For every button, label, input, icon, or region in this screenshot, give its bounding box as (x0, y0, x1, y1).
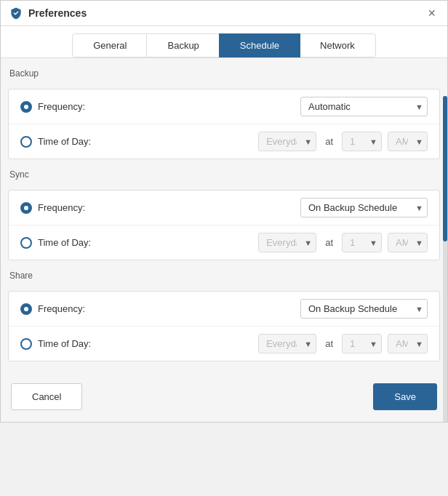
content-area: Backup Frequency: Automatic Manual On Ba… (1, 68, 447, 422)
backup-frequency-select-wrapper: Automatic Manual On Backup Schedule ▼ (300, 97, 428, 116)
share-hour-select[interactable]: 1 (342, 334, 382, 353)
preferences-window: Preferences × General Backup Schedule Ne… (0, 0, 448, 423)
share-time-radio[interactable] (20, 338, 32, 350)
backup-section: Frequency: Automatic Manual On Backup Sc… (8, 89, 440, 159)
sync-section: Frequency: On Backup Schedule Automatic … (8, 190, 440, 260)
sync-day-select-wrapper: Everyday ▼ (258, 233, 316, 252)
backup-ampm-select[interactable]: AM PM (388, 132, 428, 151)
share-section-header: Share (8, 271, 440, 281)
sync-section-header: Sync (8, 169, 440, 180)
sync-label: Sync (9, 169, 29, 180)
title-bar: Preferences × (1, 1, 447, 26)
tab-backup[interactable]: Backup (146, 33, 220, 57)
share-frequency-label: Frequency: (38, 303, 295, 314)
window-title: Preferences (28, 7, 87, 19)
share-ampm-select[interactable]: AM PM (388, 334, 428, 353)
share-hour-select-wrapper: 1 ▼ (342, 334, 382, 353)
sync-day-select[interactable]: Everyday (258, 233, 316, 252)
share-time-row: Time of Day: Everyday ▼ at 1 ▼ (9, 327, 439, 361)
scrollbar-track (443, 96, 447, 422)
backup-hour-select-wrapper: 1 ▼ (342, 132, 382, 151)
backup-day-select-wrapper: Everyday ▼ (258, 132, 316, 151)
tab-schedule[interactable]: Schedule (219, 33, 300, 57)
sync-frequency-select-wrapper: On Backup Schedule Automatic Manual ▼ (300, 198, 428, 217)
cancel-button[interactable]: Cancel (11, 383, 82, 410)
sync-hour-select[interactable]: 1 (342, 233, 382, 252)
sync-at-label: at (325, 237, 333, 248)
share-label: Share (9, 271, 33, 281)
sync-frequency-select[interactable]: On Backup Schedule Automatic Manual (300, 198, 428, 217)
share-frequency-select-wrapper: On Backup Schedule Automatic Manual ▼ (300, 299, 428, 319)
backup-label: Backup (9, 68, 39, 79)
share-frequency-radio[interactable] (20, 303, 32, 315)
share-day-select-wrapper: Everyday ▼ (258, 334, 316, 353)
share-time-label: Time of Day: (38, 338, 252, 349)
backup-ampm-select-wrapper: AM PM ▼ (388, 132, 428, 151)
backup-time-row: Time of Day: Everyday ▼ at 1 ▼ (9, 124, 439, 159)
backup-section-header: Backup (8, 68, 440, 79)
share-at-label: at (325, 338, 333, 349)
tab-network[interactable]: Network (299, 33, 376, 57)
backup-frequency-radio[interactable] (20, 101, 32, 113)
schedule-content: Backup Frequency: Automatic Manual On Ba… (1, 68, 447, 422)
share-frequency-row: Frequency: On Backup Schedule Automatic … (9, 292, 439, 327)
backup-time-radio[interactable] (20, 136, 32, 148)
share-frequency-select[interactable]: On Backup Schedule Automatic Manual (300, 299, 428, 319)
backup-time-label: Time of Day: (38, 136, 252, 147)
sync-time-label: Time of Day: (38, 237, 252, 248)
footer: Cancel Save (1, 372, 447, 422)
title-bar-left: Preferences (9, 7, 87, 20)
sync-hour-select-wrapper: 1 ▼ (342, 233, 382, 252)
scrollbar-thumb[interactable] (443, 96, 447, 241)
save-button[interactable]: Save (373, 383, 437, 410)
backup-hour-select[interactable]: 1 (342, 132, 382, 151)
share-section: Frequency: On Backup Schedule Automatic … (8, 291, 440, 361)
sync-time-radio[interactable] (20, 237, 32, 249)
sync-frequency-radio[interactable] (20, 202, 32, 214)
sync-frequency-row: Frequency: On Backup Schedule Automatic … (9, 191, 439, 225)
tab-bar: General Backup Schedule Network (1, 26, 447, 58)
app-icon (9, 7, 23, 20)
tab-general[interactable]: General (72, 33, 148, 57)
backup-frequency-label: Frequency: (38, 101, 295, 112)
sync-ampm-select-wrapper: AM PM ▼ (388, 233, 428, 252)
backup-day-select[interactable]: Everyday (258, 132, 316, 151)
sync-frequency-label: Frequency: (38, 202, 295, 213)
share-day-select[interactable]: Everyday (258, 334, 316, 353)
backup-frequency-row: Frequency: Automatic Manual On Backup Sc… (9, 89, 439, 124)
backup-at-label: at (325, 136, 333, 147)
backup-frequency-select[interactable]: Automatic Manual On Backup Schedule (300, 97, 428, 116)
sync-time-row: Time of Day: Everyday ▼ at 1 ▼ (9, 225, 439, 260)
share-ampm-select-wrapper: AM PM ▼ (388, 334, 428, 353)
sync-ampm-select[interactable]: AM PM (388, 233, 428, 252)
close-button[interactable]: × (425, 7, 439, 20)
